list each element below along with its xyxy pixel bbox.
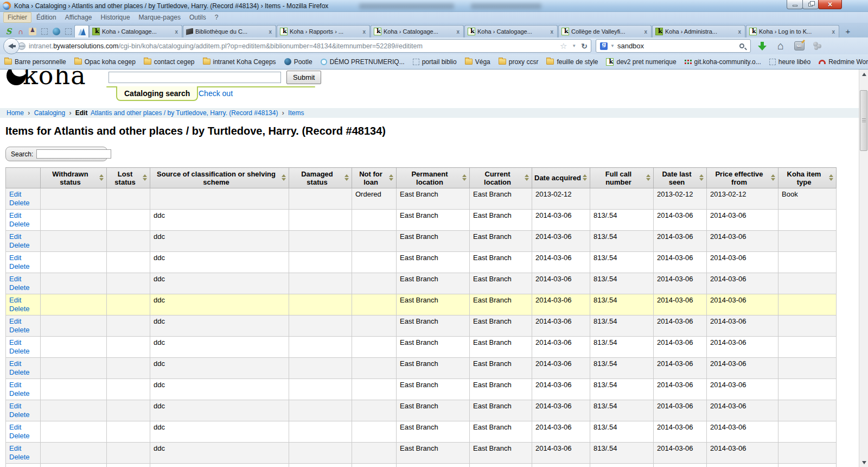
browser-tab[interactable]: Koha › Administra... x <box>652 25 745 37</box>
tab-close-icon[interactable]: x <box>643 29 648 35</box>
menu-item[interactable]: ? <box>211 12 222 22</box>
pinned-tab[interactable] <box>27 25 39 37</box>
delete-link[interactable]: Delete <box>9 283 37 292</box>
bookmark-item[interactable]: intranet Koha Cegeps <box>203 58 276 66</box>
browser-tab[interactable]: Koha › Log in to K... x <box>746 25 839 37</box>
menu-item[interactable]: Édition <box>33 12 60 22</box>
tab-close-icon[interactable]: x <box>831 29 836 35</box>
vertical-scrollbar[interactable] <box>859 70 868 467</box>
tab-close-icon[interactable]: x <box>174 29 179 35</box>
breadcrumb-item[interactable]: › <box>69 109 71 117</box>
tab-check-out[interactable]: Check out <box>199 89 233 98</box>
edit-link[interactable]: Edit <box>9 296 37 305</box>
browser-tab[interactable]: Bibliothèque du C... x <box>183 25 276 37</box>
bookmark-item[interactable]: DÉMO PRETNUMERIQ... <box>321 58 405 66</box>
menu-item[interactable]: Fichier <box>3 12 31 23</box>
column-header[interactable]: Withdrawn status <box>41 168 107 188</box>
pinned-tab[interactable] <box>3 25 15 37</box>
breadcrumb-item[interactable]: Cataloging <box>34 109 65 117</box>
breadcrumb-item[interactable]: › <box>28 109 30 117</box>
pinned-tab[interactable] <box>62 25 74 37</box>
delete-link[interactable]: Delete <box>9 453 37 462</box>
bookmark-item[interactable]: contact cegep <box>144 58 195 66</box>
addon-button[interactable] <box>810 40 825 53</box>
browser-tab[interactable]: Collège de Valleyfi... x <box>558 25 652 37</box>
restore-button[interactable] <box>802 0 819 9</box>
downloads-button[interactable] <box>755 40 769 53</box>
bookmark-item[interactable]: Pootle <box>284 58 312 66</box>
home-button[interactable]: ⌂ <box>774 40 788 53</box>
edit-link[interactable]: Edit <box>9 317 37 326</box>
scroll-down-button[interactable] <box>859 458 868 467</box>
tab-close-icon[interactable]: x <box>455 29 461 35</box>
column-header[interactable]: Date acquired <box>532 168 590 188</box>
bookmark-item[interactable]: Opac koha cegep <box>74 58 136 66</box>
delete-link[interactable]: Delete <box>9 199 37 207</box>
menu-item[interactable]: Historique <box>97 12 134 22</box>
menu-item[interactable]: Affichage <box>61 12 96 22</box>
scrapbook-button[interactable]: sc <box>792 40 806 53</box>
edit-link[interactable]: Edit <box>9 381 37 389</box>
breadcrumb-item[interactable]: Home <box>7 109 24 117</box>
bookmark-item[interactable]: feuille de style <box>546 58 598 66</box>
delete-link[interactable]: Delete <box>9 241 37 250</box>
delete-link[interactable]: Delete <box>9 411 37 419</box>
column-header[interactable]: Not for loan <box>352 168 397 188</box>
delete-link[interactable]: Delete <box>9 432 37 440</box>
edit-link[interactable]: Edit <box>9 444 37 453</box>
delete-link[interactable]: Delete <box>9 326 37 335</box>
close-button[interactable]: × <box>818 0 842 9</box>
delete-link[interactable]: Delete <box>9 305 37 313</box>
bookmark-item[interactable]: git.koha-community.o... <box>685 58 761 66</box>
bookmark-item[interactable]: Barre personnelle <box>4 58 66 66</box>
catalog-search-input[interactable] <box>108 72 281 83</box>
pinned-tab[interactable] <box>15 25 27 37</box>
column-header[interactable]: Damaged status <box>289 168 352 188</box>
reload-icon[interactable]: ↻ <box>581 42 588 51</box>
tab-close-icon[interactable]: x <box>737 29 742 35</box>
bookmark-item[interactable]: dev2 pret numerique <box>606 58 676 66</box>
back-button[interactable] <box>3 38 20 54</box>
web-search-input[interactable]: sandbox <box>617 42 737 50</box>
tab-close-icon[interactable]: x <box>361 29 367 35</box>
pinned-tab[interactable] <box>39 25 50 37</box>
edit-link[interactable]: Edit <box>9 275 37 283</box>
breadcrumb-item[interactable]: › <box>282 109 284 117</box>
browser-tab[interactable]: Koha › Catalogage... x <box>371 25 464 37</box>
bookmark-star-icon[interactable]: ☆ <box>560 41 567 51</box>
pinned-tab[interactable] <box>74 25 89 37</box>
tab-close-icon[interactable]: x <box>549 29 554 35</box>
bookmark-item[interactable]: Véga <box>465 58 490 66</box>
delete-link[interactable]: Delete <box>9 389 37 398</box>
minimize-button[interactable] <box>787 0 803 9</box>
column-header[interactable]: Lost status <box>107 168 150 188</box>
edit-link[interactable]: Edit <box>9 232 37 241</box>
browser-tab[interactable]: Koha › Catalogage... x <box>89 25 182 37</box>
column-header[interactable]: Koha item type <box>778 168 837 188</box>
edit-link[interactable]: Edit <box>9 190 37 199</box>
tab-close-icon[interactable]: x <box>267 29 273 35</box>
edit-link[interactable]: Edit <box>9 338 37 347</box>
edit-link[interactable]: Edit <box>9 359 37 368</box>
new-tab-button[interactable]: + <box>841 26 854 37</box>
column-header[interactable]: Current location <box>470 168 532 188</box>
delete-link[interactable]: Delete <box>9 262 37 271</box>
scrollbar-thumb[interactable] <box>860 90 867 151</box>
web-search-bar[interactable]: ▼ sandbox <box>596 39 751 53</box>
koha-logo[interactable]: koha <box>7 70 86 90</box>
delete-link[interactable]: Delete <box>9 368 37 377</box>
column-header[interactable]: Date last seen <box>654 168 707 188</box>
edit-link[interactable]: Edit <box>9 402 37 411</box>
column-header[interactable]: Source of classification or shelving sch… <box>150 168 289 188</box>
bookmark-item[interactable]: Redmine Wordpress <box>819 58 868 66</box>
url-bar[interactable]: intranet.bywatersolutions.com/cgi-bin/ko… <box>13 39 591 53</box>
delete-link[interactable]: Delete <box>9 220 37 229</box>
delete-link[interactable]: Delete <box>9 347 37 356</box>
edit-link[interactable]: Edit <box>9 211 37 220</box>
column-header[interactable]: Permanent location <box>397 168 470 188</box>
browser-tab[interactable]: Koha › Rapports › ... x <box>277 25 370 37</box>
scroll-up-button[interactable] <box>859 70 868 79</box>
breadcrumb-item[interactable]: Edit <box>75 109 88 117</box>
breadcrumb-item[interactable]: Items <box>288 109 304 117</box>
urlbar-dropdown-icon[interactable]: ▼ <box>572 43 576 48</box>
